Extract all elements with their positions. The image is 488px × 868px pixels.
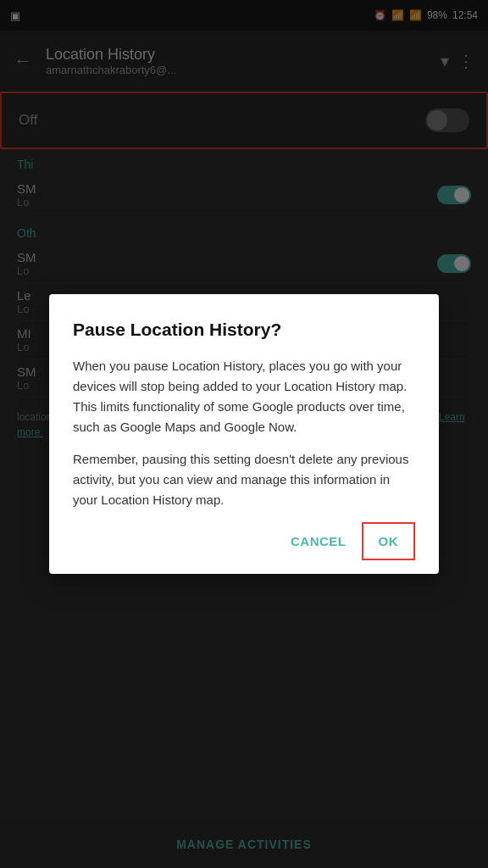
dialog-body: When you pause Location History, places … [73,356,415,510]
ok-button[interactable]: OK [362,522,416,560]
dialog-actions: CANCEL OK [73,522,415,560]
dialog-overlay: Pause Location History? When you pause L… [0,0,488,868]
dialog-title: Pause Location History? [73,318,415,341]
pause-dialog: Pause Location History? When you pause L… [49,294,439,574]
cancel-button[interactable]: CANCEL [275,522,362,560]
dialog-body-paragraph-2: Remember, pausing this setting doesn't d… [73,449,415,510]
dialog-body-paragraph-1: When you pause Location History, places … [73,356,415,437]
